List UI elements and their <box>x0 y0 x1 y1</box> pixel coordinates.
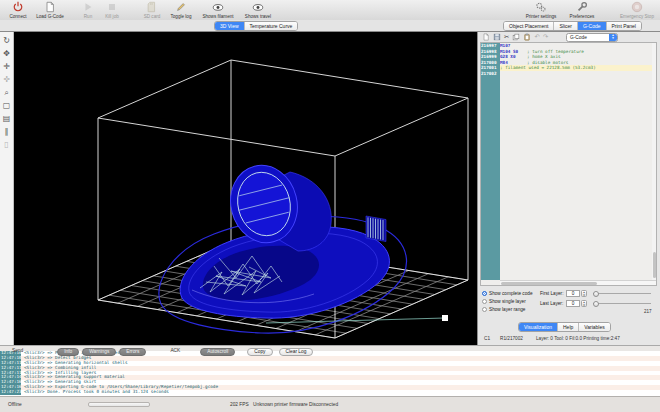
radio-icon <box>482 299 487 304</box>
tab-object-placement[interactable]: Object Placement <box>504 22 553 30</box>
clear-log-button[interactable]: Clear Log <box>279 348 314 356</box>
view-tab-group: 3D View Temperature Curve <box>214 21 298 31</box>
tab-variables[interactable]: Variables <box>578 323 609 331</box>
warnings-toggle-button[interactable]: Warnings <box>82 348 116 356</box>
gcode-preview-scene <box>14 32 477 345</box>
move-viewpoint-icon[interactable]: ✥ <box>0 47 13 60</box>
rotate-view-icon[interactable]: ↻ <box>0 34 13 47</box>
tab-print-panel[interactable]: Print Panel <box>606 22 641 30</box>
connect-button[interactable]: Connect <box>5 1 31 19</box>
emergency-stop-icon <box>631 1 643 13</box>
repetier-host-window: Connect Load G-Code Run Kill job SD card… <box>0 0 660 412</box>
zoom-icon[interactable]: ⌕ <box>0 86 13 99</box>
redo-icon: ↷ <box>543 33 548 41</box>
tab-temperature-curve[interactable]: Temperature Curve <box>244 22 298 30</box>
editor-toolbar: ✂ ↶ ↷ G-Code ▲▼ <box>478 32 660 42</box>
parallel-projection-icon[interactable]: ∥ <box>0 125 13 138</box>
disconnected-status: Disconnected <box>309 402 338 407</box>
log-section: 12:47:10<Slic3r> => Preparing infill sur… <box>0 345 660 396</box>
gcode-panel: ✂ ↶ ↷ G-Code ▲▼ 216997M107 216998M104 S0… <box>477 32 660 345</box>
front-view-icon[interactable]: ▤ <box>0 112 13 125</box>
log-button-row: Send Info Warnings Errors ACK Autoscroll… <box>0 347 660 357</box>
pencil-icon <box>175 1 187 13</box>
tab-gcode[interactable]: G-Code <box>577 22 606 30</box>
load-gcode-button[interactable]: Load G-Code <box>31 1 69 19</box>
radio-icon <box>482 291 487 296</box>
radio-show-complete-code[interactable]: Show complete code <box>482 291 533 296</box>
emergency-stop-button: Emergency Stop <box>617 1 657 19</box>
last-layer-input[interactable]: 0 <box>566 300 580 307</box>
info-toggle-button[interactable]: Info <box>57 348 79 356</box>
gcode-editor[interactable]: 216997M107 216998M104 S0; turn off tempe… <box>480 42 657 286</box>
move-object-icon[interactable]: ✛ <box>0 60 13 73</box>
3d-viewport[interactable] <box>14 32 477 345</box>
first-layer-stepper[interactable]: ▲▼ <box>581 290 587 297</box>
new-file-icon[interactable] <box>482 33 490 41</box>
eye-icon <box>212 1 224 13</box>
gears-icon <box>535 1 547 13</box>
editor-vertical-scrollbar[interactable] <box>652 43 656 280</box>
show-filament-button[interactable]: Shows filament <box>197 1 239 19</box>
last-layer-slider[interactable] <box>593 300 651 308</box>
play-icon <box>82 1 94 13</box>
first-layer-input[interactable]: 0 <box>566 290 580 297</box>
layer-info: Layer: 0 Tool: 0 Fil:0.0 Printing time:2… <box>536 336 620 341</box>
gcode-section-dropdown[interactable]: G-Code ▲▼ <box>566 33 618 42</box>
line-number-gutter <box>481 43 500 280</box>
main-toolbar: Connect Load G-Code Run Kill job SD card… <box>0 0 660 20</box>
copy-log-button[interactable]: Copy <box>247 348 272 356</box>
bottom-tab-group: Visualization Help Variables <box>518 322 611 332</box>
save-icon[interactable] <box>493 33 501 41</box>
connection-status: Offline <box>8 402 22 407</box>
printed-object <box>159 158 448 333</box>
last-layer-stepper[interactable]: ▲▼ <box>581 300 587 307</box>
tab-help[interactable]: Help <box>557 323 578 331</box>
travel-move-line <box>266 318 445 323</box>
sd-card-icon <box>146 1 158 13</box>
paste-icon[interactable] <box>523 33 531 41</box>
support-block <box>366 216 386 242</box>
kill-job-button: Kill job <box>99 1 125 19</box>
preferences-button[interactable]: Preferences <box>563 1 601 19</box>
origin-marker <box>442 315 448 321</box>
dropdown-arrows-icon: ▲▼ <box>609 34 617 41</box>
tab-strip: 3D View Temperature Curve Object Placeme… <box>0 20 660 32</box>
toggle-log-button[interactable]: Toggle log <box>165 1 197 19</box>
slider-thumb[interactable] <box>593 301 599 307</box>
slider-thumb[interactable] <box>593 291 599 297</box>
copy-icon[interactable] <box>512 33 520 41</box>
tab-slicer[interactable]: Slicer <box>553 22 577 30</box>
send-button[interactable]: Send <box>6 348 29 356</box>
first-layer-slider[interactable] <box>593 290 651 298</box>
document-icon <box>44 1 56 13</box>
show-travel-button[interactable]: Shows travel <box>239 1 277 19</box>
cursor-column: C1 <box>484 336 490 341</box>
max-layer-label: 217 <box>644 309 652 314</box>
ack-toggle-button[interactable]: ACK <box>164 348 186 356</box>
print-progress-bar <box>88 402 150 407</box>
view-tool-palette: ↻ ✥ ✛ ✜ ⌕ ▢ ▤ ∥ ▯ <box>0 32 14 345</box>
delete-object-icon: ▯ <box>0 138 13 151</box>
eye-icon <box>252 1 264 13</box>
autoscroll-toggle-button[interactable]: Autoscroll <box>200 348 235 356</box>
cut-icon[interactable]: ✂ <box>504 33 509 41</box>
sd-card-button: SD card <box>139 1 165 19</box>
isometric-view-icon[interactable]: ▢ <box>0 99 13 112</box>
wrench-icon <box>576 1 588 13</box>
radio-show-layer-range[interactable]: Show layer range <box>482 307 525 312</box>
fps-indicator: 202 FPS <box>230 402 249 407</box>
log-row: 12:47:23<Slic3r> Done. Process took 0 mi… <box>0 390 660 395</box>
errors-toggle-button[interactable]: Errors <box>119 348 146 356</box>
printer-settings-button[interactable]: Printer settings <box>519 1 563 19</box>
undo-icon: ↶ <box>534 33 539 41</box>
editor-bottom-tabs: Visualization Help Variables <box>478 322 660 332</box>
stop-icon <box>106 1 118 13</box>
tab-3d-view[interactable]: 3D View <box>215 22 244 30</box>
editor-horizontal-scrollbar[interactable] <box>500 280 656 285</box>
tab-visualization[interactable]: Visualization <box>519 323 557 331</box>
editor-status-row: C1 R1/217002 Layer: 0 Tool: 0 Fil:0.0 Pr… <box>478 334 660 344</box>
radio-show-single-layer[interactable]: Show single layer <box>482 299 526 304</box>
log-list[interactable]: 12:47:10<Slic3r> => Preparing infill sur… <box>0 351 660 396</box>
cursor-row: R1/217002 <box>500 336 523 341</box>
visualization-controls: Show complete code Show single layer Sho… <box>478 290 660 320</box>
